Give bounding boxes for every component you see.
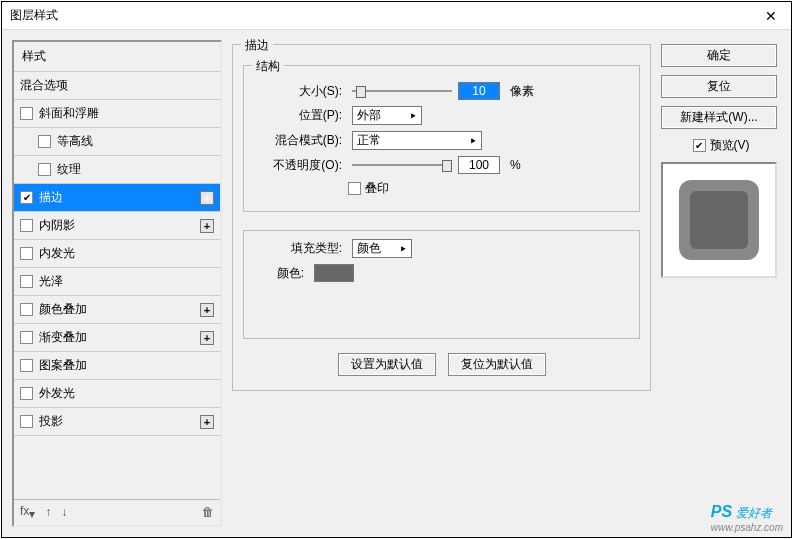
titlebar: 图层样式 ✕: [2, 2, 791, 30]
style-row[interactable]: ✔描边+: [14, 184, 220, 212]
style-label: 颜色叠加: [39, 301, 196, 318]
style-label: 投影: [39, 413, 196, 430]
size-input[interactable]: [458, 82, 500, 100]
opacity-unit: %: [510, 158, 521, 172]
style-label: 图案叠加: [39, 357, 214, 374]
close-button[interactable]: ✕: [751, 2, 791, 30]
style-label: 等高线: [57, 133, 214, 150]
style-row[interactable]: 颜色叠加+: [14, 296, 220, 324]
style-checkbox[interactable]: [20, 219, 33, 232]
style-label: 渐变叠加: [39, 329, 196, 346]
style-checkbox[interactable]: [20, 107, 33, 120]
right-panel: 确定 复位 新建样式(W)... ✔ 预览(V): [661, 40, 781, 527]
preview-box: [661, 162, 777, 278]
fx-icon[interactable]: fx▾: [20, 504, 35, 521]
style-checkbox[interactable]: [38, 163, 51, 176]
style-row[interactable]: 外发光: [14, 380, 220, 408]
size-unit: 像素: [510, 83, 534, 100]
chevron-down-icon: ‣: [469, 134, 477, 148]
style-checkbox[interactable]: [20, 247, 33, 260]
styles-panel: 样式 混合选项 斜面和浮雕等高线纹理✔描边+内阴影+内发光光泽颜色叠加+渐变叠加…: [12, 40, 222, 527]
style-row[interactable]: 内阴影+: [14, 212, 220, 240]
style-label: 描边: [39, 189, 196, 206]
opacity-label: 不透明度(O):: [254, 157, 342, 174]
style-checkbox[interactable]: [38, 135, 51, 148]
overprint-checkbox[interactable]: 叠印: [348, 180, 629, 197]
stroke-legend: 描边: [241, 37, 273, 54]
styles-list: 混合选项 斜面和浮雕等高线纹理✔描边+内阴影+内发光光泽颜色叠加+渐变叠加+图案…: [14, 72, 220, 499]
style-label: 外发光: [39, 385, 214, 402]
cancel-button[interactable]: 复位: [661, 75, 777, 98]
down-arrow-icon[interactable]: ↓: [61, 505, 67, 519]
add-effect-button[interactable]: +: [200, 303, 214, 317]
style-checkbox[interactable]: ✔: [20, 191, 33, 204]
style-label: 光泽: [39, 273, 214, 290]
opacity-slider[interactable]: [352, 158, 452, 172]
style-checkbox[interactable]: [20, 303, 33, 316]
style-row[interactable]: 渐变叠加+: [14, 324, 220, 352]
style-row[interactable]: 纹理: [14, 156, 220, 184]
fill-type-select[interactable]: 颜色‣: [352, 239, 412, 258]
fill-type-label: 填充类型:: [254, 240, 342, 257]
set-default-button[interactable]: 设置为默认值: [338, 353, 436, 376]
up-arrow-icon[interactable]: ↑: [45, 505, 51, 519]
size-slider[interactable]: [352, 84, 452, 98]
preview-checkbox: ✔: [693, 139, 706, 152]
style-checkbox[interactable]: [20, 359, 33, 372]
styles-footer: fx▾ ↑ ↓ 🗑: [14, 499, 220, 525]
style-row[interactable]: 图案叠加: [14, 352, 220, 380]
style-row[interactable]: 光泽: [14, 268, 220, 296]
stroke-fieldset: 描边 结构 大小(S): 像素 位置(P): 外部‣: [232, 44, 651, 391]
options-panel: 描边 结构 大小(S): 像素 位置(P): 外部‣: [232, 40, 651, 527]
structure-fieldset: 结构 大小(S): 像素 位置(P): 外部‣: [243, 65, 640, 212]
add-effect-button[interactable]: +: [200, 191, 214, 205]
opacity-input[interactable]: [458, 156, 500, 174]
dialog-window: 图层样式 ✕ 样式 混合选项 斜面和浮雕等高线纹理✔描边+内阴影+内发光光泽颜色…: [1, 1, 792, 538]
watermark: PS 爱好者 www.psahz.com: [711, 503, 783, 533]
style-checkbox[interactable]: [20, 387, 33, 400]
style-row[interactable]: 等高线: [14, 128, 220, 156]
ok-button[interactable]: 确定: [661, 44, 777, 67]
structure-legend: 结构: [252, 58, 284, 75]
color-label: 颜色:: [254, 265, 304, 282]
style-checkbox[interactable]: [20, 415, 33, 428]
size-label: 大小(S):: [254, 83, 342, 100]
style-checkbox[interactable]: [20, 331, 33, 344]
window-title: 图层样式: [10, 7, 751, 24]
new-style-button[interactable]: 新建样式(W)...: [661, 106, 777, 129]
chevron-down-icon: ‣: [399, 242, 407, 256]
add-effect-button[interactable]: +: [200, 331, 214, 345]
style-row[interactable]: 斜面和浮雕: [14, 100, 220, 128]
chevron-down-icon: ‣: [409, 109, 417, 123]
preview-toggle[interactable]: ✔ 预览(V): [661, 137, 781, 154]
add-effect-button[interactable]: +: [200, 219, 214, 233]
fill-fieldset: 填充类型: 颜色‣ 颜色:: [243, 230, 640, 339]
reset-default-button[interactable]: 复位为默认值: [448, 353, 546, 376]
overprint-check: [348, 182, 361, 195]
blend-options-row[interactable]: 混合选项: [14, 72, 220, 100]
trash-icon[interactable]: 🗑: [202, 505, 214, 519]
style-label: 内阴影: [39, 217, 196, 234]
blend-mode-label: 混合模式(B):: [254, 132, 342, 149]
style-label: 斜面和浮雕: [39, 105, 214, 122]
color-swatch[interactable]: [314, 264, 354, 282]
position-select[interactable]: 外部‣: [352, 106, 422, 125]
styles-header: 样式: [14, 42, 220, 72]
position-label: 位置(P):: [254, 107, 342, 124]
style-row[interactable]: 投影+: [14, 408, 220, 436]
blend-mode-select[interactable]: 正常‣: [352, 131, 482, 150]
style-label: 内发光: [39, 245, 214, 262]
style-label: 纹理: [57, 161, 214, 178]
style-checkbox[interactable]: [20, 275, 33, 288]
style-row[interactable]: 内发光: [14, 240, 220, 268]
add-effect-button[interactable]: +: [200, 415, 214, 429]
